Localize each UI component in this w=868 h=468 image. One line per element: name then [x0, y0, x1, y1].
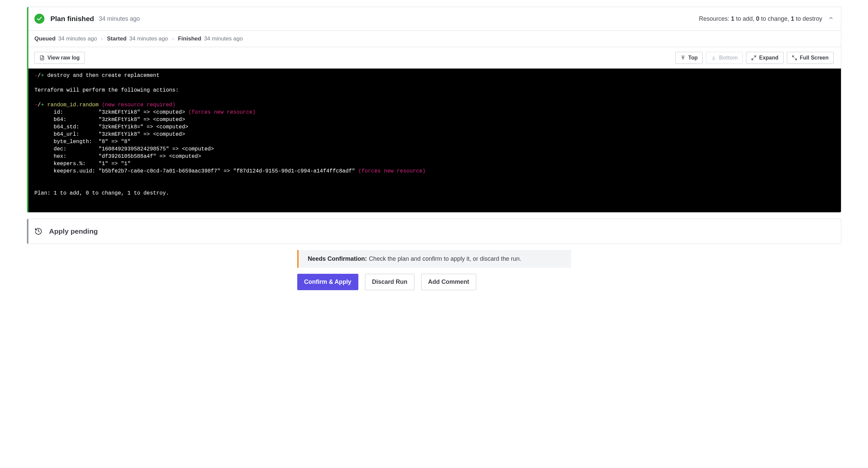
- apply-panel: Apply pending: [27, 218, 841, 244]
- apply-status-stripe: [27, 219, 28, 244]
- log-line-1-text: destroy and then create replacement: [44, 72, 160, 79]
- alert-title: Needs Confirmation:: [308, 255, 367, 262]
- log-expand-label: Expand: [759, 55, 778, 61]
- plan-timeline: Queued 34 minutes ago › Started 34 minut…: [27, 30, 841, 47]
- log-top-label: Top: [688, 55, 698, 61]
- log-attr-id: id: "3zkmEFtYik8" => <computed>: [34, 109, 185, 115]
- log-line-1-slash: /: [38, 72, 41, 79]
- view-raw-log-button[interactable]: View raw log: [34, 52, 85, 64]
- plan-status-stripe: [27, 7, 28, 212]
- log-toolbar: View raw log Top Bottom Expand Full Scre…: [27, 47, 841, 68]
- log-attr-b64-std: b64_std: "3zkmEFtYik8=" => <computed>: [34, 124, 188, 130]
- log-expand-button[interactable]: Expand: [746, 52, 783, 64]
- log-resource-required: (new resource required): [98, 102, 175, 108]
- timeline-separator: ›: [101, 35, 103, 42]
- svg-line-9: [795, 58, 797, 60]
- confirm-apply-button[interactable]: Confirm & Apply: [297, 274, 359, 290]
- log-line-2: Terraform will perform the following act…: [34, 87, 179, 93]
- log-attr-byte-length: byte_length: "8" => "8": [34, 139, 131, 145]
- discard-run-button[interactable]: Discard Run: [365, 274, 414, 290]
- arrow-to-bottom-icon: [711, 55, 716, 60]
- chevron-up-icon[interactable]: [828, 16, 834, 22]
- confirmation-actions: Confirm & Apply Discard Run Add Comment: [297, 274, 571, 290]
- log-fullscreen-label: Full Screen: [800, 55, 829, 61]
- resources-prefix: Resources:: [699, 16, 731, 22]
- svg-line-8: [793, 56, 794, 58]
- resources-destroy-label: to destroy: [794, 16, 822, 22]
- needs-confirmation-alert: Needs Confirmation: Check the plan and c…: [297, 250, 571, 268]
- plan-resources-summary: Resources: 1 to add, 0 to change, 1 to d…: [699, 16, 822, 22]
- timeline-queued-time: 34 minutes ago: [58, 35, 97, 42]
- confirmation-block: Needs Confirmation: Check the plan and c…: [297, 250, 571, 290]
- timeline-started: Started 34 minutes ago: [107, 35, 168, 42]
- fullscreen-icon: [792, 55, 797, 60]
- log-fullscreen-button[interactable]: Full Screen: [787, 52, 834, 64]
- log-attr-keepers-uuid: keepers.uuid: "b5bfe2b7-ca6e-c0cd-7a01-b…: [34, 168, 355, 174]
- resources-change-label: to change,: [760, 16, 791, 22]
- document-icon: [39, 55, 45, 60]
- resources-add-count: 1: [731, 16, 735, 22]
- log-plan-summary: Plan: 1 to add, 0 to change, 1 to destro…: [34, 190, 169, 196]
- timeline-finished-label: Finished: [178, 35, 202, 42]
- timeline-separator: ›: [172, 35, 174, 42]
- log-top-button[interactable]: Top: [675, 52, 703, 64]
- log-line-3-minus: -: [34, 102, 38, 108]
- resources-change-count: 0: [756, 16, 760, 22]
- log-line-3-plus: +: [41, 102, 44, 108]
- refresh-clock-icon: [34, 227, 42, 235]
- timeline-finished: Finished 34 minutes ago: [178, 35, 243, 42]
- log-bottom-label: Bottom: [719, 55, 738, 61]
- timeline-started-label: Started: [107, 35, 127, 42]
- add-comment-button[interactable]: Add Comment: [421, 274, 476, 290]
- svg-line-6: [754, 56, 756, 58]
- plan-time: 34 minutes ago: [99, 16, 140, 22]
- log-line-3-slash: /: [38, 102, 41, 108]
- log-attr-hex: hex: "df3926105b588a4f" => <computed>: [34, 153, 201, 159]
- timeline-finished-time: 34 minutes ago: [204, 35, 243, 42]
- log-line-1-minus: -: [34, 72, 38, 79]
- alert-text: Check the plan and confirm to apply it, …: [369, 255, 521, 262]
- plan-panel: Plan finished 34 minutes ago Resources: …: [27, 7, 841, 213]
- apply-header[interactable]: Apply pending: [27, 219, 841, 244]
- view-raw-log-label: View raw log: [48, 55, 80, 61]
- log-attr-dec: dec: "16084929395824298575" => <computed…: [34, 146, 214, 152]
- expand-icon: [751, 55, 756, 60]
- timeline-queued: Queued 34 minutes ago: [34, 35, 97, 42]
- log-attr-keepers-force: (forces new resource): [355, 168, 426, 174]
- log-attr-keepers-pct: keepers.%: "1" => "1": [34, 161, 131, 167]
- svg-line-7: [752, 58, 753, 60]
- log-attr-b64-url: b64_url: "3zkmEFtYik8" => <computed>: [34, 131, 185, 137]
- apply-title: Apply pending: [49, 227, 98, 235]
- resources-add-label: to add,: [735, 16, 756, 22]
- timeline-started-time: 34 minutes ago: [129, 35, 168, 42]
- resources-destroy-count: 1: [791, 16, 794, 22]
- timeline-queued-label: Queued: [34, 35, 56, 42]
- log-attr-b64: b64: "3zkmEFtYik8" => <computed>: [34, 117, 185, 123]
- log-line-1-plus: +: [41, 72, 44, 79]
- plan-header[interactable]: Plan finished 34 minutes ago Resources: …: [27, 7, 841, 30]
- plan-log[interactable]: -/+ destroy and then create replacement …: [27, 68, 841, 212]
- check-icon: [34, 14, 44, 24]
- log-resource-name: random_id.random: [44, 102, 98, 108]
- plan-title: Plan finished: [51, 15, 94, 23]
- log-attr-id-force: (forces new resource): [185, 109, 255, 115]
- log-bottom-button: Bottom: [706, 52, 743, 64]
- arrow-to-top-icon: [680, 55, 686, 60]
